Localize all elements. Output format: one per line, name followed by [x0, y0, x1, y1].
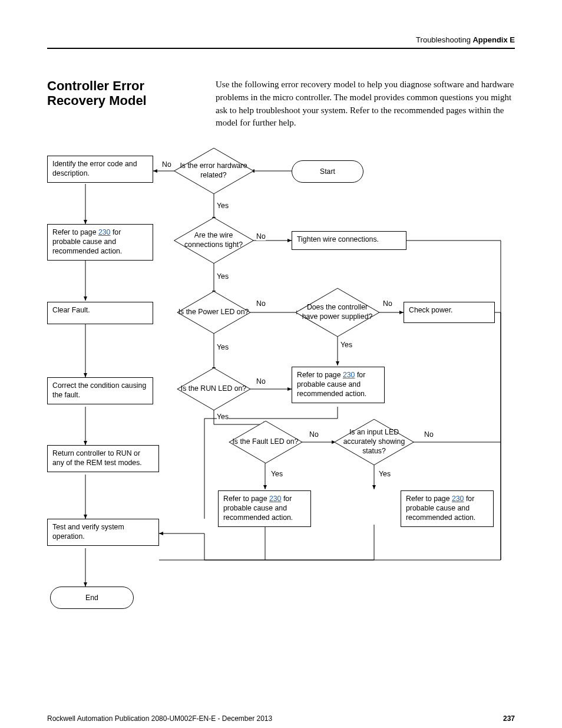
page-link-230[interactable]: 230 [98, 228, 111, 236]
decision-run-led: Is the RUN LED on? [177, 371, 250, 407]
process-refer-4: Refer to page 230 for probable cause and… [401, 490, 494, 527]
label-yes: Yes [271, 470, 283, 478]
label-yes: Yes [217, 343, 229, 351]
decision-wires: Are the wire connections tight? [177, 220, 250, 261]
process-refer-3: Refer to page 230 for probable cause and… [218, 490, 311, 527]
end-node: End [50, 587, 134, 609]
process-clear-fault: Clear Fault. [47, 302, 153, 324]
decision-input-led: Is an input LED accurately showing statu… [336, 421, 412, 463]
label-no: No [424, 430, 434, 439]
label-no: No [256, 377, 266, 386]
page-link-230[interactable]: 230 [452, 495, 464, 503]
header-prefix: Troubleshooting [416, 35, 471, 44]
top-section: Controller Error Recovery Model Use the … [47, 78, 515, 130]
page-link-230[interactable]: 230 [269, 495, 282, 503]
intro-paragraph: Use the following error recovery model t… [216, 78, 515, 130]
label-yes: Yes [217, 272, 229, 281]
decision-power-led: Is the Power LED on? [177, 295, 250, 330]
header-appendix: Appendix E [472, 35, 515, 44]
label-no: No [383, 299, 392, 308]
publication-info: Rockwell Automation Publication 2080-UM0… [47, 714, 272, 723]
label-no: No [309, 430, 319, 439]
page-link-230[interactable]: 230 [343, 371, 355, 379]
label-yes: Yes [217, 202, 229, 210]
section-title: Controller Error Recovery Model [47, 78, 194, 130]
start-node: Start [292, 160, 363, 183]
process-return-controller: Return controller to RUN or any of the R… [47, 445, 159, 472]
process-correct-condition: Correct the condition causing the fault. [47, 377, 153, 404]
process-identify: Identify the error code and description. [47, 156, 153, 183]
page-header: Troubleshooting Appendix E [47, 35, 515, 49]
process-tighten: Tighten wire connections. [292, 231, 406, 250]
label-yes: Yes [217, 413, 229, 421]
process-refer-2: Refer to page 230 for probable cause and… [292, 367, 385, 403]
decision-fault-led: Is the Fault LED on? [229, 424, 302, 460]
page-number: 237 [503, 714, 515, 723]
label-yes: Yes [379, 470, 391, 478]
label-no: No [256, 232, 266, 241]
process-test-verify: Test and verify system operation. [47, 519, 159, 546]
label-yes: Yes [340, 341, 352, 349]
flowchart: Start End Is the error hardware related?… [47, 147, 515, 619]
document-page: Troubleshooting Appendix E Controller Er… [0, 0, 562, 728]
label-no: No [256, 299, 266, 308]
page-footer: Rockwell Automation Publication 2080-UM0… [47, 714, 515, 723]
decision-power-supplied: Does the controller have power supplied? [300, 289, 374, 336]
label-no: No [162, 160, 171, 169]
process-check-power: Check power. [404, 302, 495, 323]
process-refer-1: Refer to page 230 for probable cause and… [47, 224, 153, 261]
decision-hardware: Is the error hardware related? [177, 150, 250, 192]
